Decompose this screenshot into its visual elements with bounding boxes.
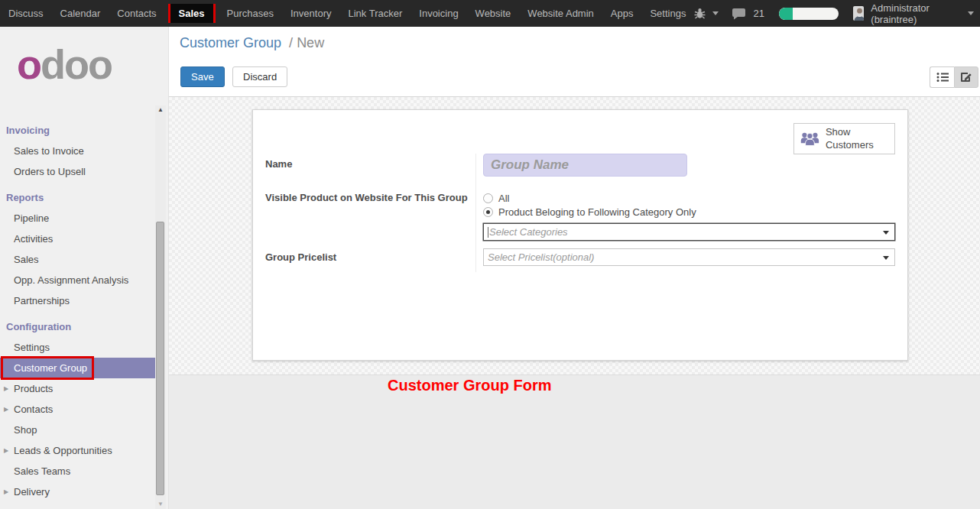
sidebar-section-configuration: Configuration bbox=[0, 316, 155, 337]
progress-fill bbox=[779, 8, 793, 20]
sidebar-scrollbar[interactable]: ▲ ▼ bbox=[155, 105, 166, 509]
nav-item-invoicing[interactable]: Invoicing bbox=[410, 0, 466, 27]
radio-option-all[interactable]: All bbox=[483, 191, 895, 205]
categories-placeholder: Select Categories bbox=[489, 226, 568, 238]
expand-arrow-icon: ▶ bbox=[4, 440, 8, 461]
sidebar-item-shop[interactable]: Shop bbox=[0, 420, 155, 440]
radio-button-unchecked[interactable] bbox=[483, 193, 493, 203]
breadcrumb-separator: / bbox=[289, 35, 293, 50]
breadcrumb-current: New bbox=[297, 35, 324, 50]
sidebar-item-sales[interactable]: Sales bbox=[0, 249, 155, 270]
customers-group-icon bbox=[800, 129, 819, 148]
radio-option-category-only[interactable]: Product Beloging to Following Category O… bbox=[483, 205, 895, 219]
nav-item-calendar[interactable]: Calendar bbox=[52, 0, 109, 27]
radio-button-checked[interactable] bbox=[483, 207, 493, 217]
sidebar-menu: Invoicing Sales to Invoice Orders to Ups… bbox=[0, 115, 155, 502]
sidebar-item-settings[interactable]: Settings bbox=[0, 337, 155, 358]
control-panel: Customer Group / New Save Discard bbox=[169, 27, 980, 97]
sidebar-item-opp-assignment-analysis[interactable]: Opp. Assignment Analysis bbox=[0, 270, 155, 290]
discard-button[interactable]: Discard bbox=[232, 66, 287, 87]
timer-progress-pill[interactable] bbox=[779, 8, 839, 20]
group-name-input[interactable] bbox=[483, 154, 687, 177]
bottom-panel: Customer Group Form bbox=[169, 374, 980, 509]
visible-product-field-label: Visible Product on Website For This Grou… bbox=[265, 187, 475, 247]
pricelist-select[interactable]: Select Pricelist(optional) bbox=[483, 248, 895, 266]
user-dropdown-caret-icon[interactable] bbox=[968, 11, 974, 15]
form-fields: Name Visible Product on Website For This… bbox=[265, 154, 895, 272]
group-pricelist-field-label: Group Pricelist bbox=[265, 247, 475, 272]
sidebar-item-delivery[interactable]: ▶Delivery bbox=[0, 481, 155, 502]
nav-item-contacts[interactable]: Contacts bbox=[109, 0, 164, 27]
nav-item-link-tracker[interactable]: Link Tracker bbox=[339, 0, 410, 27]
sidebar-item-orders-to-upsell[interactable]: Orders to Upsell bbox=[0, 161, 155, 182]
select-dropdown-caret-icon bbox=[883, 256, 889, 260]
save-button[interactable]: Save bbox=[180, 66, 225, 87]
sidebar-section-reports: Reports bbox=[0, 187, 155, 208]
nav-item-website[interactable]: Website bbox=[467, 0, 520, 27]
avatar[interactable] bbox=[853, 6, 864, 21]
expand-arrow-icon: ▶ bbox=[4, 378, 8, 399]
view-switcher bbox=[930, 66, 978, 88]
nav-item-sales[interactable]: Sales bbox=[170, 4, 213, 23]
breadcrumb-parent-link[interactable]: Customer Group bbox=[180, 35, 281, 50]
radio-label: Product Beloging to Following Category O… bbox=[498, 206, 696, 218]
breadcrumb: Customer Group / New bbox=[180, 35, 324, 51]
message-count: 21 bbox=[753, 8, 764, 19]
sidebar-item-leads-opportunities[interactable]: ▶Leads & Opportunities bbox=[0, 440, 155, 461]
nav-item-discuss[interactable]: Discuss bbox=[0, 0, 52, 27]
sidebar-item-label: Customer Group bbox=[14, 362, 87, 374]
list-icon bbox=[936, 72, 949, 83]
red-annotation-box-sales: Sales bbox=[168, 4, 216, 23]
form-actions: Save Discard bbox=[180, 66, 287, 87]
nav-item-settings[interactable]: Settings bbox=[641, 0, 694, 27]
sidebar-item-sales-to-invoice[interactable]: Sales to Invoice bbox=[0, 141, 155, 161]
select-dropdown-caret-icon bbox=[883, 231, 889, 235]
show-customers-label: Show Customers bbox=[826, 126, 888, 151]
nav-item-website-admin[interactable]: Website Admin bbox=[519, 0, 602, 27]
debug-bug-icon[interactable] bbox=[694, 8, 706, 19]
nav-item-apps[interactable]: Apps bbox=[602, 0, 642, 27]
annotation-caption: Customer Group Form bbox=[388, 377, 551, 394]
odoo-logo[interactable]: odoo bbox=[17, 41, 112, 88]
sidebar-item-contacts[interactable]: ▶Contacts bbox=[0, 399, 155, 420]
form-view-button[interactable] bbox=[954, 66, 978, 88]
expand-arrow-icon: ▶ bbox=[4, 481, 8, 502]
show-customers-button[interactable]: Show Customers bbox=[793, 123, 895, 154]
sidebar-item-activities[interactable]: Activities bbox=[0, 229, 155, 249]
sidebar: odoo Invoicing Sales to Invoice Orders t… bbox=[0, 27, 169, 509]
debug-dropdown-caret-icon[interactable] bbox=[712, 11, 719, 15]
scrollbar-thumb[interactable] bbox=[156, 222, 164, 495]
sidebar-section-invoicing: Invoicing bbox=[0, 120, 155, 141]
nav-item-inventory[interactable]: Inventory bbox=[282, 0, 339, 27]
scroll-down-arrow-icon[interactable]: ▼ bbox=[155, 500, 166, 509]
nav-item-purchases[interactable]: Purchases bbox=[219, 0, 282, 27]
name-field-label: Name bbox=[265, 154, 475, 187]
radio-label: All bbox=[498, 193, 509, 204]
sidebar-item-products[interactable]: ▶Products bbox=[0, 378, 155, 399]
text-cursor bbox=[488, 227, 488, 238]
top-nav-bar: Discuss Calendar Contacts Sales Purchase… bbox=[0, 0, 980, 27]
scroll-up-arrow-icon[interactable]: ▲ bbox=[155, 105, 166, 115]
sidebar-item-sales-teams[interactable]: Sales Teams bbox=[0, 461, 155, 481]
expand-arrow-icon: ▶ bbox=[4, 399, 8, 420]
form-view-area: Show Customers Name Visible Product on W… bbox=[169, 97, 980, 374]
categories-select[interactable]: Select Categories bbox=[483, 223, 895, 241]
pricelist-placeholder: Select Pricelist(optional) bbox=[488, 251, 594, 263]
edit-icon bbox=[960, 71, 972, 83]
user-menu[interactable]: Administrator (braintree) bbox=[871, 2, 961, 25]
list-view-button[interactable] bbox=[930, 66, 954, 88]
messages-icon[interactable] bbox=[732, 8, 746, 20]
sidebar-item-pipeline[interactable]: Pipeline bbox=[0, 208, 155, 229]
sidebar-item-partnerships[interactable]: Partnerships bbox=[0, 290, 155, 311]
sidebar-item-customer-group[interactable]: Customer Group bbox=[0, 358, 155, 378]
form-sheet: Show Customers Name Visible Product on W… bbox=[252, 109, 908, 361]
